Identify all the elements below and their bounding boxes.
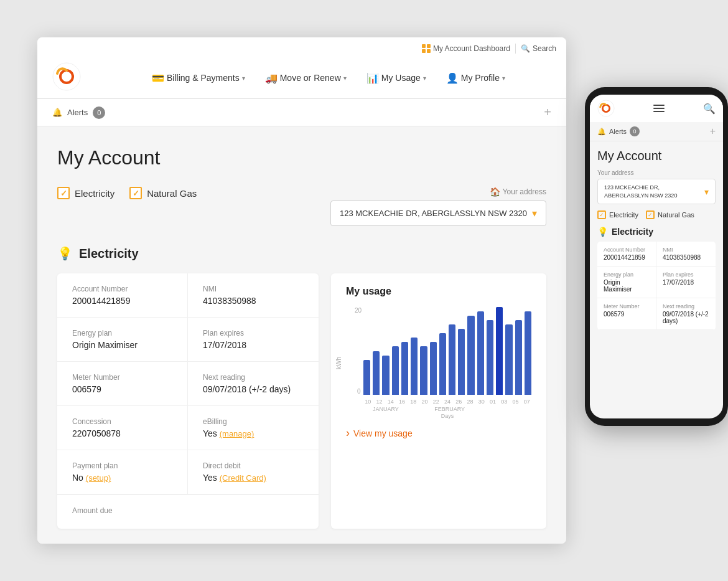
next-reading-label: Next reading <box>203 373 304 382</box>
plan-expires-cell: Plan expires 17/07/2018 <box>188 318 319 362</box>
phone-bell-icon: 🔔 <box>597 128 606 136</box>
chart-bar <box>401 342 408 395</box>
phone-next-reading-cell: Next reading 09/07/2018 (+/-2 days) <box>656 298 716 330</box>
nmi-cell: NMI 41038350988 <box>188 273 319 318</box>
phone-gas-label: Natural Gas <box>658 211 694 219</box>
phone-nav: 🔍 <box>590 95 723 122</box>
phone-address-dropdown[interactable]: 123 MCKEACHIE DR, ABERGLASSLYN NSW 2320 … <box>597 179 716 204</box>
add-alert-button[interactable]: + <box>544 105 551 120</box>
x-axis-labels: 101214161820222426283001030507 <box>346 399 531 405</box>
chart-area: kWh 20 0 101214161820222426283001030507 <box>346 307 531 419</box>
view-usage-link[interactable]: View my usage <box>346 427 531 440</box>
electricity-bulb-icon: 💡 <box>57 246 73 261</box>
checkboxes: ✓ Electricity ✓ Natural Gas <box>57 187 197 199</box>
dashboard-link[interactable]: My Account Dashboard <box>422 44 510 53</box>
chart-bar <box>392 346 399 395</box>
alerts-label: Alerts <box>67 108 88 117</box>
phone-electricity-checkbox[interactable]: ✓ Electricity <box>597 210 638 219</box>
chart-inner: 20 0 101214161820222426283001030507 JANU… <box>346 307 531 419</box>
x-label: 07 <box>523 399 531 405</box>
search-icon: 🔍 <box>521 44 530 53</box>
x-label: 10 <box>363 399 372 405</box>
chart-bar <box>505 324 512 395</box>
y-top-label: 20 <box>355 307 362 314</box>
search-link[interactable]: 🔍 Search <box>521 44 556 53</box>
phone-logo <box>597 100 615 117</box>
chart-bar <box>363 360 370 395</box>
days-label: Days <box>346 413 531 419</box>
phone-account-number-cell: Account Number 200014421859 <box>597 242 656 267</box>
energy-plan-cell: Energy plan Origin Maximiser <box>57 318 188 362</box>
payment-plan-setup-link[interactable]: (setup) <box>86 473 111 483</box>
address-dropdown[interactable]: 123 MCKEACHIE DR, ABERGLASSLYN NSW 2320 … <box>330 201 546 226</box>
ebilling-cell: eBilling Yes (manage) <box>188 406 319 450</box>
phone-alerts-bar: 🔔 Alerts 0 + <box>590 122 723 141</box>
month-label: JANUARY FEBRUARY <box>346 406 531 412</box>
chart-bar <box>458 329 465 395</box>
x-label: 03 <box>500 399 508 405</box>
move-chevron: ▾ <box>343 75 347 82</box>
alerts-left: 🔔 Alerts 0 <box>52 106 105 119</box>
address-label: 🏠 Your address <box>330 187 546 197</box>
phone-add-alert-button[interactable]: + <box>710 126 716 137</box>
electricity-section-title: Electricity <box>79 247 139 261</box>
phone-checkboxes: ✓ Electricity ✓ Natural Gas <box>597 210 716 219</box>
nav-move[interactable]: 🚚 Move or Renew ▾ <box>265 72 347 84</box>
main-content: My Account ✓ Electricity ✓ Natural Gas <box>37 126 566 544</box>
x-label: 14 <box>386 399 395 405</box>
phone-page-title: My Account <box>597 149 716 163</box>
desktop-wrapper: My Account Dashboard 🔍 Search <box>37 37 691 544</box>
direct-debit-manage-link[interactable]: (Credit Card) <box>220 473 266 483</box>
energy-plan-label: Energy plan <box>72 329 172 338</box>
energy-plan-value: Origin Maximiser <box>72 340 172 350</box>
chart-bar <box>477 311 484 395</box>
nav-billing[interactable]: 💳 Billing & Payments ▾ <box>152 72 245 84</box>
nmi-value: 41038350988 <box>203 296 304 306</box>
chart-bar <box>382 356 389 395</box>
account-card: Account Number 200014421859 NMI 41038350… <box>57 273 319 529</box>
phone-gas-check-icon: ✓ <box>648 212 653 218</box>
chart-bar <box>411 338 418 395</box>
ebilling-label: eBilling <box>203 417 304 426</box>
amount-due-cell: Amount due <box>57 494 319 529</box>
y-axis-label: kWh <box>335 357 342 369</box>
usage-chevron: ▾ <box>423 75 426 82</box>
chart-bar <box>467 316 474 395</box>
meter-number-label: Meter Number <box>72 373 172 382</box>
move-icon: 🚚 <box>265 72 278 84</box>
profile-icon: 👤 <box>446 72 459 84</box>
phone-search-icon[interactable]: 🔍 <box>703 103 716 115</box>
account-number-value: 200014421859 <box>72 296 172 306</box>
concession-label: Concession <box>72 417 172 426</box>
address-section: 🏠 Your address 123 MCKEACHIE DR, ABERGLA… <box>330 187 546 226</box>
phone-gas-checkbox[interactable]: ✓ Natural Gas <box>646 210 694 219</box>
phone-energy-plan-cell: Energy plan Origin Maximiser <box>597 267 656 298</box>
phone: 🔍 🔔 Alerts 0 + My Account <box>585 87 728 426</box>
concession-cell: Concession 2207050878 <box>57 406 188 450</box>
electricity-section-header: 💡 Electricity <box>57 246 546 261</box>
browser: My Account Dashboard 🔍 Search <box>37 37 566 544</box>
nav-profile[interactable]: 👤 My Profile ▾ <box>446 72 505 84</box>
next-reading-cell: Next reading 09/07/2018 (+/-2 days) <box>188 362 319 406</box>
filter-row: ✓ Electricity ✓ Natural Gas 🏠 Your <box>57 187 546 226</box>
usage-card: My usage kWh 20 0 10121416182022242628 <box>331 273 546 529</box>
chart-bar <box>373 351 380 395</box>
nav-logo <box>52 62 81 93</box>
phone-screen[interactable]: 🔍 🔔 Alerts 0 + My Account <box>590 95 723 418</box>
hamburger-icon[interactable] <box>653 105 665 112</box>
phone-plan-expires-cell: Plan expires 17/07/2018 <box>656 267 716 298</box>
alerts-bar: 🔔 Alerts 0 + <box>37 99 566 126</box>
meter-number-value: 006579 <box>72 384 172 394</box>
divider <box>515 44 516 54</box>
electricity-checkbox[interactable]: ✓ Electricity <box>57 187 114 199</box>
x-label: 28 <box>465 399 474 405</box>
gas-checkbox[interactable]: ✓ Natural Gas <box>129 187 197 199</box>
chart-bar <box>430 342 437 395</box>
nav-usage[interactable]: 📊 My Usage ▾ <box>366 72 426 84</box>
payment-plan-value: No (setup) <box>72 473 172 483</box>
bell-icon: 🔔 <box>52 108 62 117</box>
phone-bulb-icon: 💡 <box>597 227 608 237</box>
nav-bar: 💳 Billing & Payments ▾ 🚚 Move or Renew ▾… <box>37 57 566 98</box>
svg-point-2 <box>598 100 614 116</box>
ebilling-manage-link[interactable]: (manage) <box>220 429 254 438</box>
